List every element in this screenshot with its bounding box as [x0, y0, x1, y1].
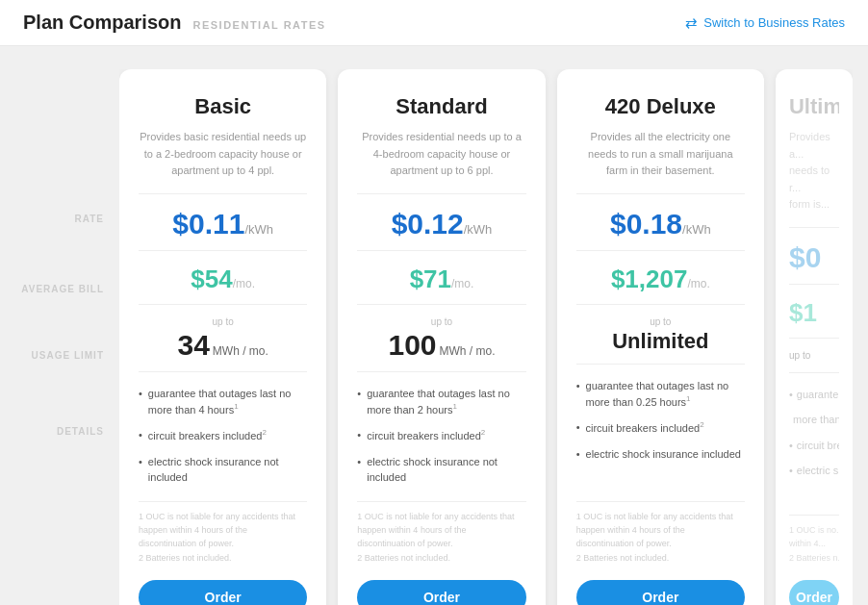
bullet: • [576, 378, 580, 411]
plan-card-420deluxe: 420 Deluxe Provides all the electricity … [557, 69, 764, 605]
avg-bill-section-standard: $71/mo. [357, 251, 525, 305]
usage-section-420deluxe: up to Unlimited [576, 305, 745, 365]
rate-unit-basic: /kWh [244, 222, 273, 237]
switch-to-business-link[interactable]: ⇄ Switch to Business Rates [685, 14, 845, 32]
detail-item: •guarantee that outages last no more tha… [139, 386, 307, 418]
plan-name-standard: Standard [357, 94, 525, 119]
rate-unit-standard: /kWh [464, 222, 493, 237]
usage-label-420deluxe: up to [576, 316, 745, 327]
rate-value-basic: $0.11 [172, 208, 244, 239]
usage-unit-standard: MWh / mo. [440, 344, 496, 358]
main-content: RATE AVERAGE BILL USAGE LIMIT DETAILS Ba… [0, 46, 868, 605]
rate-section-ultimate: $0 [789, 228, 839, 285]
rate-section-420deluxe: $0.18/kWh [576, 194, 745, 251]
footnotes-420deluxe: 1 OUC is not liable for any accidents th… [576, 501, 745, 566]
detail-item: •circuit breakers included2 [357, 427, 525, 443]
details-section-ultimate: •guarante... more than... •circuit brea.… [789, 373, 839, 515]
plan-name-basic: Basic [139, 94, 307, 119]
order-button-420deluxe[interactable]: Order [576, 580, 745, 605]
plan-desc-ultimate: Provides a...needs to r...form is... [789, 129, 839, 228]
details-section-basic: •guarantee that outages last no more tha… [139, 372, 307, 501]
header-left: Plan Comparison RESIDENTIAL RATES [23, 12, 326, 34]
rate-unit-420deluxe: /kWh [682, 222, 711, 237]
usage-value-standard: 100 [388, 329, 436, 361]
detail-item: more than... [789, 412, 839, 428]
detail-item: •circuit breakers included2 [576, 419, 745, 436]
plan-card-basic: Basic Provides basic residential needs u… [119, 69, 326, 605]
plans-wrapper: Basic Provides basic residential needs u… [119, 69, 853, 605]
avg-bill-label: AVERAGE BILL [15, 284, 119, 294]
order-button-basic[interactable]: Order [139, 580, 307, 605]
bullet: • [357, 386, 361, 418]
usage-unit-basic: MWh / mo. [213, 344, 268, 358]
detail-item: •electric shock insurance included [576, 446, 745, 463]
details-section-standard: •guarantee that outages last no more tha… [357, 372, 525, 501]
usage-label-standard: up to [357, 316, 525, 327]
header: Plan Comparison RESIDENTIAL RATES ⇄ Swit… [0, 0, 868, 46]
avg-bill-section-basic: $54/mo. [139, 251, 307, 305]
bullet: • [139, 386, 142, 418]
rate-value-420deluxe: $0.18 [610, 208, 682, 239]
bullet: • [576, 419, 580, 436]
plan-name-420deluxe: 420 Deluxe [576, 94, 745, 119]
usage-label-ultimate: up to [789, 350, 839, 361]
bullet: • [139, 454, 142, 486]
order-button-standard[interactable]: Order [357, 580, 525, 605]
switch-icon: ⇄ [685, 14, 698, 32]
plan-card-standard: Standard Provides residential needs up t… [338, 69, 545, 605]
avg-bill-unit-basic: /mo. [233, 277, 255, 290]
detail-item: •electric shock insurance not included [357, 454, 525, 486]
avg-bill-value-ultimate: $1 [789, 298, 817, 327]
avg-bill-section-ultimate: $1 [789, 285, 839, 339]
detail-item: •electric shock insurance not included [139, 454, 307, 486]
footnotes-standard: 1 OUC is not liable for any accidents th… [357, 501, 525, 566]
rate-section-standard: $0.12/kWh [357, 194, 525, 251]
rate-label: RATE [15, 214, 119, 224]
rate-section-basic: $0.11/kWh [139, 194, 307, 251]
usage-section-standard: up to 100MWh / mo. [357, 305, 525, 372]
avg-bill-section-420deluxe: $1,207/mo. [576, 251, 745, 305]
details-section-420deluxe: •guarantee that outages last no more tha… [576, 365, 745, 501]
plan-name-ultimate: Ultim [789, 94, 839, 119]
bullet: • [357, 454, 361, 486]
plan-desc-standard: Provides residential needs up to a 4-bed… [357, 129, 525, 194]
footnotes-ultimate: 1 OUC is no... within 4... 2 Batteries n… [789, 515, 839, 565]
avg-bill-value-420deluxe: $1,207 [611, 265, 688, 293]
avg-bill-unit-420deluxe: /mo. [687, 277, 709, 290]
plan-desc-basic: Provides basic residential needs up to a… [139, 129, 307, 194]
rate-value-ultimate: $0 [789, 241, 821, 273]
switch-label: Switch to Business Rates [703, 15, 845, 30]
usage-label-basic: up to [139, 316, 307, 327]
detail-item: •guarante... [789, 387, 839, 403]
rate-value-standard: $0.12 [392, 208, 464, 239]
usage-unlimited-420deluxe: Unlimited [612, 329, 708, 353]
order-button-ultimate[interactable]: Order [789, 580, 839, 605]
plan-desc-420deluxe: Provides all the electricity one needs t… [576, 129, 745, 194]
detail-item: •circuit breakers included2 [139, 427, 307, 443]
avg-bill-value-basic: $54 [191, 265, 232, 293]
detail-item: •guarantee that outages last no more tha… [357, 386, 525, 418]
detail-item: •guarantee that outages last no more tha… [576, 378, 745, 411]
bullet: • [139, 427, 142, 443]
bullet: • [357, 427, 361, 443]
detail-item: •circuit brea... [789, 438, 839, 454]
usage-section-ultimate: up to [789, 339, 839, 373]
bullet: • [576, 446, 580, 463]
row-labels: RATE AVERAGE BILL USAGE LIMIT DETAILS [15, 69, 119, 605]
avg-bill-value-standard: $71 [410, 265, 451, 293]
header-subtitle: RESIDENTIAL RATES [192, 19, 325, 31]
usage-limit-label: USAGE LIMIT [15, 350, 119, 361]
avg-bill-unit-standard: /mo. [451, 277, 473, 290]
footnotes-basic: 1 OUC is not liable for any accidents th… [139, 501, 307, 566]
usage-value-basic: 34 [177, 329, 209, 361]
details-label: DETAILS [15, 426, 119, 437]
page-title: Plan Comparison [23, 12, 181, 34]
plan-card-ultimate: Ultim Provides a...needs to r...form is.… [776, 69, 853, 605]
detail-item: •electric sho... [789, 463, 839, 479]
usage-section-basic: up to 34MWh / mo. [139, 305, 307, 372]
